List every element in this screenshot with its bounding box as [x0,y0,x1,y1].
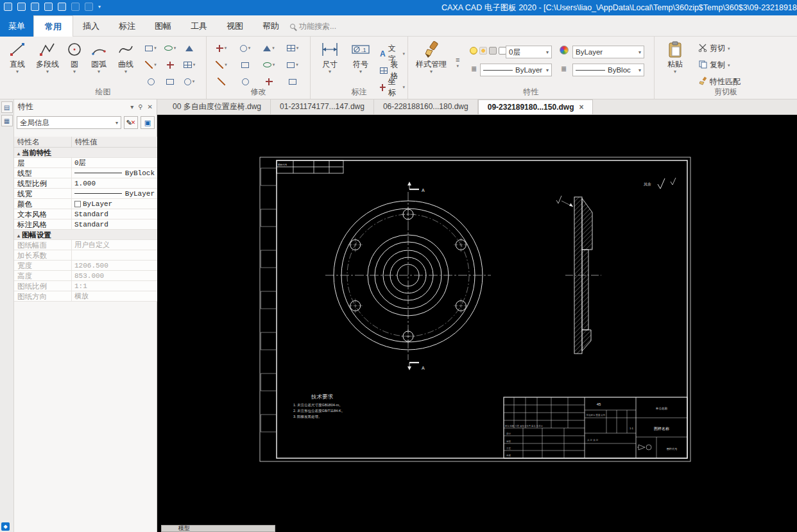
close-icon[interactable]: ✕ [148,103,153,110]
ribbon-group-clipboard: 粘贴 ▾ 剪切 ▾ 复制 ▾ 特性匹配 剪切板 [655,37,797,99]
color-wheel-icon[interactable] [560,46,569,55]
undo-icon[interactable] [71,3,80,11]
spline-tool-button[interactable]: 曲线 ▾ [113,39,139,88]
fillet-tool-icon[interactable]: ▾ [261,57,277,73]
panel-menu-icon[interactable]: ▾ [130,103,133,110]
rectangle-tool-icon[interactable]: ▾ [142,40,159,56]
svg-text:图样代号: 图样代号 [278,164,287,166]
symbol-tool-button[interactable]: .1 符号 ▾ [347,39,375,88]
offset-tool-icon[interactable] [237,57,253,73]
doc-tab-2[interactable]: 06-228188160...180.dwg [374,99,478,114]
function-search-input[interactable]: 功能搜索... [290,20,336,33]
color-select[interactable]: ByLayer ▾ [572,46,644,58]
scale-tool-icon[interactable]: ▾ [284,57,301,73]
ribbon-tab-tools[interactable]: 工具 [181,15,217,37]
lineweight-select[interactable]: ByBloc ▾ [572,64,644,76]
ribbon-tab-home[interactable]: 常用 [33,15,73,37]
layer-freeze-icon[interactable] [479,47,487,55]
doc-tab-0[interactable]: 00 多自由度位置座椅.dwg [164,99,271,114]
prop-row-orientation[interactable]: 图纸方向横放 [14,291,157,302]
dock-properties-icon[interactable]: ▤ [1,101,13,113]
style-list-button[interactable]: ≡ ▾ [453,55,462,70]
ribbon-tab-help[interactable]: 帮助 [253,15,289,37]
taskbar-app-icon[interactable]: ◆ [1,522,10,531]
move-tool-icon[interactable]: ▾ [213,40,230,56]
layout-tabs[interactable]: 模型 [161,525,275,532]
style-manager-button[interactable]: 样式管理 ▾ [413,39,449,88]
prop-row-layer[interactable]: 层0层 [14,158,157,168]
clear-selection-button[interactable]: ✎✕ [124,116,138,129]
collapse-icon: ▴ [17,151,20,157]
layer-print-icon[interactable] [489,47,497,55]
prop-row-sheetsize[interactable]: 图纸幅面用户自定义 [14,240,157,250]
group-label-annotate: 标注 [311,87,407,98]
copy-icon [698,60,707,71]
doc-tab-3-active[interactable]: 09-232189180...150.dwg × [478,99,594,114]
group-row-sheet[interactable]: ▴图幅设置 [14,230,157,240]
print-icon[interactable] [58,3,66,11]
ribbon-tab-insert[interactable]: 插入 [73,15,109,37]
chevron-down-icon: ▾ [728,46,730,51]
hatch-tool-icon[interactable]: ▾ [142,57,159,73]
ribbon-tab-sheet[interactable]: 图幅 [145,15,181,37]
prop-row-linetype[interactable]: 线型ByBlock [14,168,157,178]
paste-button[interactable]: 粘贴 ▾ [660,39,690,88]
drawing-canvas[interactable]: 图样代号 [157,115,797,532]
drawing-frame [260,157,690,461]
line-tool-button[interactable]: 直线 ▾ [4,39,31,88]
pin-icon[interactable]: ⚲ [138,103,142,110]
point-tool-icon[interactable] [162,57,178,73]
prop-row-height[interactable]: 高度853.000 [14,271,157,281]
doc-tab-1[interactable]: 01-231174177...147.dwg [271,99,374,114]
dimension-tool-button[interactable]: 尺寸 ▾ [316,39,344,88]
side-section-view [556,196,601,354]
properties-panel: 特性 ▾ ⚲ ✕ 全局信息 ▾ ✎✕ ▣ 特性名 特性值 ▴当前特性 层0层 线… [14,99,157,532]
save-icon[interactable] [31,3,39,11]
group-label-clipboard: 剪切板 [655,87,797,98]
cut-button[interactable]: 剪切 ▾ [696,42,733,55]
copy-button[interactable]: 复制 ▾ [696,58,733,72]
grid-tool-icon[interactable]: ▾ [181,57,198,73]
prop-row-width[interactable]: 宽度1206.500 [14,261,157,271]
layer-select[interactable]: 0层 ▾ [506,46,552,58]
scope-select[interactable]: 全局信息 ▾ [17,116,121,129]
list-icon: ≡ [456,56,459,64]
polygon-tool-icon[interactable] [181,40,198,56]
ribbon-tab-view[interactable]: 视图 [217,15,253,37]
prop-row-lineweight[interactable]: 线宽ByLayer [14,189,157,199]
pick-object-button[interactable]: ▣ [141,116,155,129]
ellipse-tool-icon[interactable]: ▾ [162,40,178,56]
prop-row-ltscale[interactable]: 线型比例1.000 [14,178,157,189]
ribbon-tab-annotate[interactable]: 标注 [109,15,145,37]
customize-quick-access-icon[interactable]: ▾ [98,4,101,10]
tab-close-icon[interactable]: × [579,100,583,115]
linetype-select[interactable]: ByLayer ▾ [480,64,552,76]
panel-toolbar: 全局信息 ▾ ✎✕ ▣ [17,115,155,130]
mirror-tool-icon[interactable]: ▾ [261,40,277,56]
prop-row-dimstyle[interactable]: 标注风格Standard [14,219,157,230]
svg-text:1. 未注公差尺寸按GB1804-m。: 1. 未注公差尺寸按GB1804-m。 [293,403,343,407]
group-row-current[interactable]: ▴当前特性 [14,148,157,158]
save-all-icon[interactable] [44,3,53,11]
table-icon [380,67,388,74]
table-header: 特性名 特性值 [14,137,157,148]
redo-icon[interactable] [85,3,93,11]
svg-text:标记 处数 分区 更改文件号 签名 年月日: 标记 处数 分区 更改文件号 签名 年月日 [504,424,543,427]
rotate-tool-icon[interactable]: ▾ [237,40,253,56]
open-file-icon[interactable] [17,3,26,11]
layer-on-icon[interactable] [470,47,477,55]
new-file-icon[interactable] [4,3,12,11]
prop-row-scale[interactable]: 图纸比例1:1 [14,281,157,291]
array-tool-icon[interactable]: ▾ [284,40,301,56]
prop-row-lengthen[interactable]: 加长系数 [14,250,157,261]
polyline-tool-button[interactable]: 多段线 ▾ [32,39,63,88]
prop-row-textstyle[interactable]: 文本风格Standard [14,209,157,219]
circle-tool-button[interactable]: 圆 ▾ [64,39,85,88]
trim-tool-icon[interactable]: ▾ [213,57,230,73]
dock-library-icon[interactable]: ▦ [1,115,13,126]
chevron-down-icon: ▾ [402,51,405,56]
svg-text:单位名称: 单位名称 [655,407,668,410]
prop-row-color[interactable]: 颜色ByLayer [14,199,157,209]
menu-button[interactable]: 菜单 [0,15,33,37]
arc-tool-button[interactable]: 圆弧 ▾ [86,39,112,88]
